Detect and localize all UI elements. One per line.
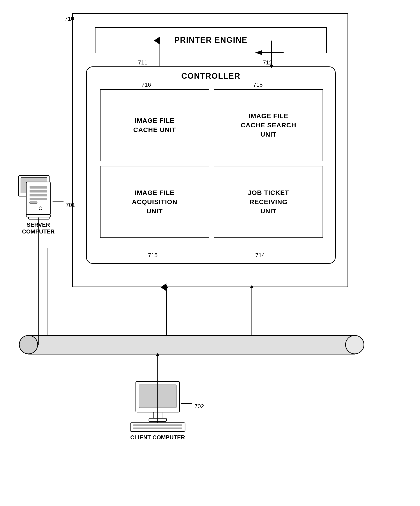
svg-rect-43 bbox=[133, 425, 182, 426]
job-ticket-receiving-unit-box: JOB TICKETRECEIVINGUNIT bbox=[214, 166, 323, 238]
svg-point-33 bbox=[39, 207, 42, 210]
diagram: PRINTER ENGINE CONTROLLER IMAGE FILECACH… bbox=[0, 0, 420, 506]
printer-engine-label: PRINTER ENGINE bbox=[174, 35, 247, 45]
image-file-cache-search-unit-box: IMAGE FILECACHE SEARCHUNIT bbox=[214, 89, 323, 161]
ref-714-label: 714 bbox=[255, 252, 265, 259]
svg-rect-27 bbox=[30, 202, 38, 203]
image-file-cache-unit-box: IMAGE FILECACHE UNIT bbox=[100, 89, 209, 161]
svg-rect-22 bbox=[33, 201, 45, 202]
ref-715-label: 715 bbox=[148, 252, 157, 259]
svg-rect-34 bbox=[30, 202, 37, 203]
job-ticket-receiving-unit-label: JOB TICKETRECEIVINGUNIT bbox=[248, 188, 289, 216]
svg-rect-44 bbox=[133, 427, 182, 429]
image-file-acquisition-unit-box: IMAGE FILEACQUISITIONUNIT bbox=[100, 166, 209, 238]
svg-point-23 bbox=[33, 213, 36, 216]
svg-rect-35 bbox=[26, 214, 50, 217]
svg-point-9 bbox=[19, 335, 38, 354]
svg-rect-40 bbox=[153, 412, 162, 419]
svg-rect-41 bbox=[149, 418, 166, 421]
printer-engine-box: PRINTER ENGINE bbox=[95, 27, 327, 53]
ref-711: 711 bbox=[138, 59, 147, 66]
svg-rect-20 bbox=[33, 194, 45, 196]
ref-716: 716 bbox=[142, 81, 151, 88]
svg-rect-29 bbox=[30, 186, 47, 188]
svg-rect-38 bbox=[136, 381, 180, 412]
svg-rect-21 bbox=[33, 197, 45, 199]
svg-rect-30 bbox=[30, 190, 47, 193]
svg-rect-19 bbox=[28, 191, 49, 219]
svg-rect-28 bbox=[26, 182, 50, 215]
network-label: NETWORK bbox=[276, 349, 309, 356]
svg-marker-46 bbox=[156, 353, 160, 356]
server-computer-label: SERVER COMPUTER bbox=[22, 221, 55, 235]
ref-702: 702 bbox=[194, 403, 204, 410]
outer-box: PRINTER ENGINE CONTROLLER IMAGE FILECACH… bbox=[72, 13, 348, 287]
image-file-acquisition-unit-label: IMAGE FILEACQUISITIONUNIT bbox=[132, 188, 177, 216]
svg-point-10 bbox=[346, 335, 364, 354]
image-file-cache-search-unit-label: IMAGE FILECACHE SEARCHUNIT bbox=[241, 111, 296, 139]
svg-rect-39 bbox=[139, 385, 176, 408]
svg-rect-31 bbox=[30, 194, 47, 196]
svg-rect-42 bbox=[130, 423, 185, 432]
ref-710: 710 bbox=[65, 15, 74, 22]
controller-label: CONTROLLER bbox=[87, 72, 335, 81]
controller-box: CONTROLLER IMAGE FILECACHE UNIT IMAGE FI… bbox=[86, 67, 336, 264]
ref-701: 701 bbox=[66, 202, 75, 208]
units-grid: IMAGE FILECACHE UNIT IMAGE FILECACHE SEA… bbox=[100, 89, 323, 238]
image-file-cache-unit-label: IMAGE FILECACHE UNIT bbox=[133, 116, 176, 134]
ref-718: 718 bbox=[253, 81, 263, 88]
svg-rect-32 bbox=[30, 198, 47, 200]
client-computer-label: CLIENT COMPUTER bbox=[130, 434, 185, 441]
ref-712: 712 bbox=[263, 59, 272, 66]
svg-rect-24 bbox=[19, 175, 49, 196]
svg-rect-25 bbox=[21, 178, 47, 193]
